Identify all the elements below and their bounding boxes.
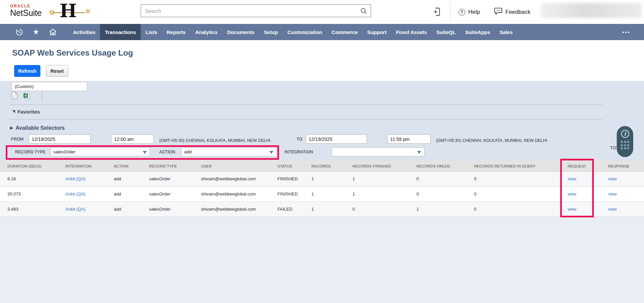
nav-tab-customization[interactable]: Customization: [283, 24, 327, 40]
company-logo: ✿ H ❁: [54, 3, 86, 22]
user-cell: shivam@webbeeglobal.com: [201, 207, 256, 212]
record-type-dropdown[interactable]: salesOrder: [50, 147, 150, 156]
available-selectors-toggle[interactable]: Available Selectors: [10, 125, 65, 131]
records-cell: 1: [311, 176, 314, 181]
from-date-input[interactable]: 12/19/2025: [29, 134, 91, 144]
table-row: 30.073 Ankit (QA) add salesOrder shivam@…: [0, 187, 644, 202]
from-time-input[interactable]: 12:00 am: [111, 134, 154, 144]
nav-more-menu[interactable]: •••: [622, 24, 644, 40]
nav-tab-suiteapps[interactable]: SuiteApps: [461, 24, 495, 40]
page-title: SOAP Web Services Usage Log: [12, 48, 133, 58]
view-selector[interactable]: (Custom): [11, 82, 87, 91]
top-bar: ORACLE NetSuite ✿ H ❁ ? Help Feedbac: [0, 0, 644, 24]
nav-tab-documents[interactable]: Documents: [222, 24, 259, 40]
oracle-netsuite-logo[interactable]: ORACLE NetSuite: [10, 4, 42, 17]
search-icon[interactable]: [360, 7, 367, 16]
to-time-input[interactable]: 11:59 pm: [387, 134, 431, 144]
nav-tab-lists[interactable]: Lists: [141, 24, 162, 40]
nav-tab-commerce[interactable]: Commerce: [327, 24, 363, 40]
navbar-icons: ★: [0, 24, 68, 40]
nav-tab-activities[interactable]: Activities: [68, 24, 100, 40]
records-finished-cell: 1: [352, 191, 355, 196]
oracle-wordmark: ORACLE: [10, 4, 42, 8]
request-view-link[interactable]: view: [568, 176, 576, 181]
available-selectors-label: Available Selectors: [15, 125, 65, 131]
search-input[interactable]: [141, 5, 371, 17]
records-cell: 1: [311, 207, 314, 212]
integration-dropdown[interactable]: [332, 147, 425, 156]
to-date-input[interactable]: 12/19/2025: [306, 134, 367, 144]
records-finished-cell: 0: [352, 207, 355, 212]
nav-tab-transactions[interactable]: Transactions: [100, 24, 141, 40]
keypad-dots-icon: [621, 141, 629, 149]
excel-export-icon[interactable]: [23, 92, 30, 100]
reset-button[interactable]: Reset: [46, 65, 68, 77]
column-header-record-type: RECORD TYPE: [149, 164, 177, 168]
feedback-button[interactable]: Feedback: [494, 0, 531, 24]
refresh-button[interactable]: Refresh: [14, 65, 40, 77]
nav-tab-sales[interactable]: Sales: [495, 24, 517, 40]
section-divider: [10, 119, 603, 120]
home-icon[interactable]: [49, 28, 57, 36]
duration-cell: 30.073: [7, 191, 21, 196]
table-header-row: DURATION (SECS) INTEGRATION ACTION RECOR…: [0, 161, 644, 172]
status-cell: FINISHED: [277, 176, 298, 181]
duration-cell: 3.483: [7, 207, 19, 212]
column-header-request: REQUEST: [568, 164, 586, 168]
status-cell: FAILED: [277, 207, 293, 212]
user-cell: shivam@webbeeglobal.com: [201, 191, 256, 196]
nav-tab-setup[interactable]: Setup: [259, 24, 283, 40]
print-export-icon[interactable]: [11, 92, 18, 100]
response-view-link[interactable]: view: [608, 207, 617, 212]
chevron-down-icon: [269, 151, 273, 154]
expand-triangle-icon: [10, 126, 13, 130]
page-header-band: [0, 40, 644, 81]
chevron-down-icon: [143, 151, 147, 154]
records-failed-cell: 0: [416, 176, 419, 181]
action-dropdown[interactable]: add: [181, 147, 277, 156]
section-divider: [10, 104, 603, 105]
assistant-widget[interactable]: i: [617, 126, 633, 157]
records-failed-cell: 0: [416, 191, 419, 196]
nav-tab-analytics[interactable]: Analytics: [191, 24, 223, 40]
integration-label: INTEGRATION: [284, 150, 313, 154]
quick-add-icon[interactable]: [433, 7, 441, 17]
toolbar-divider: [42, 91, 42, 101]
table-body: 8.16 Ankit (QA) add salesOrder shivam@we…: [0, 172, 644, 217]
logo-flower-ornament: ✿: [49, 8, 55, 16]
integration-link[interactable]: Ankit (QA): [65, 176, 86, 181]
favorites-section-toggle[interactable]: Favorites: [12, 109, 40, 115]
column-header-user: USER: [201, 164, 212, 168]
nav-tab-support[interactable]: Support: [363, 24, 392, 40]
logo-leaf-ornament: ❁: [85, 8, 90, 15]
export-icons: [11, 92, 30, 100]
response-view-link[interactable]: view: [608, 191, 617, 196]
response-view-link[interactable]: view: [608, 176, 617, 181]
record-type-cell: salesOrder: [149, 207, 171, 212]
nav-tab-reports[interactable]: Reports: [162, 24, 191, 40]
integration-link[interactable]: Ankit (QA): [65, 207, 86, 212]
global-search: [141, 4, 371, 17]
request-view-link[interactable]: view: [568, 207, 576, 212]
recent-records-icon[interactable]: [15, 28, 23, 36]
records-cell: 1: [311, 191, 314, 196]
help-button[interactable]: ? Help: [459, 0, 480, 24]
records-failed-cell: 1: [416, 207, 419, 212]
from-label: FROM: [11, 137, 24, 142]
shortcuts-star-icon[interactable]: ★: [33, 28, 39, 36]
collapse-triangle-icon: [12, 110, 15, 113]
integration-link[interactable]: Ankit (QA): [65, 191, 86, 196]
column-header-duration: DURATION (SECS): [7, 164, 41, 168]
table-row: 8.16 Ankit (QA) add salesOrder shivam@we…: [0, 172, 644, 187]
nav-tab-fixed-assets[interactable]: Fixed Assets: [391, 24, 432, 40]
table-row: 3.483 Ankit (QA) add salesOrder shivam@w…: [0, 202, 644, 217]
info-icon: i: [621, 130, 629, 138]
column-header-status: STATUS: [277, 164, 292, 168]
column-header-records: RECORDS: [311, 164, 331, 168]
nav-tab-suiteql[interactable]: SuiteQL: [432, 24, 461, 40]
request-view-link[interactable]: view: [568, 191, 576, 196]
help-label: Help: [468, 9, 480, 16]
record-type-value: salesOrder: [53, 149, 75, 154]
main-navbar: ★ Activities Transactions Lists Reports …: [0, 24, 644, 40]
record-type-label: RECORD TYPE: [15, 150, 45, 154]
